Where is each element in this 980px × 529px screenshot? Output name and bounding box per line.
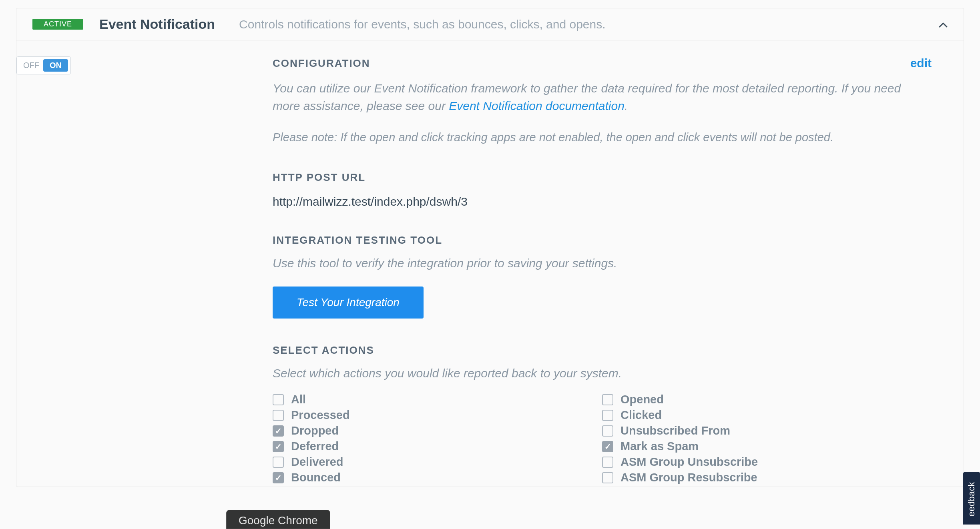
checkbox[interactable] xyxy=(602,410,613,421)
actions-column-right: OpenedClickedUnsubscribed FromMark as Sp… xyxy=(602,393,932,487)
select-actions-section: SELECT ACTIONS Select which actions you … xyxy=(273,344,932,487)
action-label: Mark as Spam xyxy=(621,440,699,453)
action-label: Delivered xyxy=(291,455,343,469)
http-post-label: HTTP POST URL xyxy=(273,171,932,184)
on-off-toggle[interactable]: OFF ON xyxy=(16,56,71,74)
action-item[interactable]: Mark as Spam xyxy=(602,440,932,453)
integration-testing-section: INTEGRATION TESTING TOOL Use this tool t… xyxy=(273,234,932,319)
action-item[interactable]: Processed xyxy=(273,409,602,422)
checkbox[interactable] xyxy=(273,394,284,405)
integration-testing-desc: Use this tool to verify the integration … xyxy=(273,254,913,272)
checkbox[interactable] xyxy=(273,457,284,468)
panel-subtitle: Controls notifications for events, such … xyxy=(239,18,948,31)
checkbox[interactable] xyxy=(602,425,613,437)
action-label: Unsubscribed From xyxy=(621,424,730,437)
action-item[interactable]: Bounced xyxy=(273,471,602,484)
edit-link[interactable]: edit xyxy=(910,56,932,70)
action-label: Bounced xyxy=(291,471,341,484)
action-item[interactable]: Clicked xyxy=(602,409,932,422)
configuration-label: CONFIGURATION xyxy=(273,57,370,70)
action-label: Dropped xyxy=(291,424,339,437)
checkbox[interactable] xyxy=(602,441,613,452)
http-post-section: HTTP POST URL http://mailwizz.test/index… xyxy=(273,171,932,208)
configuration-description: You can utilize our Event Notification f… xyxy=(273,80,913,114)
documentation-link[interactable]: Event Notification documentation xyxy=(449,99,625,112)
action-label: All xyxy=(291,393,306,406)
action-label: Opened xyxy=(621,393,664,406)
configuration-header: CONFIGURATION edit xyxy=(273,56,932,70)
checkbox[interactable] xyxy=(602,472,613,483)
checkbox[interactable] xyxy=(273,425,284,437)
taskbar-tooltip: Google Chrome xyxy=(226,510,330,529)
action-label: ASM Group Unsubscribe xyxy=(621,455,758,469)
toggle-off-label[interactable]: OFF xyxy=(19,59,43,72)
left-column: OFF ON xyxy=(16,56,273,487)
checkbox[interactable] xyxy=(273,472,284,483)
checkbox[interactable] xyxy=(273,410,284,421)
select-actions-label: SELECT ACTIONS xyxy=(273,344,932,357)
toggle-on-label[interactable]: ON xyxy=(43,59,68,72)
actions-grid: AllProcessedDroppedDeferredDeliveredBoun… xyxy=(273,393,932,487)
action-label: ASM Group Resubscribe xyxy=(621,471,757,484)
action-item[interactable]: Dropped xyxy=(273,424,602,437)
test-integration-button[interactable]: Test Your Integration xyxy=(273,287,424,319)
action-item[interactable]: Deferred xyxy=(273,440,602,453)
action-item[interactable]: Unsubscribed From xyxy=(602,424,932,437)
checkbox[interactable] xyxy=(602,394,613,405)
panel-header[interactable]: ACTIVE Event Notification Controls notif… xyxy=(16,8,964,40)
actions-column-left: AllProcessedDroppedDeferredDeliveredBoun… xyxy=(273,393,602,487)
event-notification-panel: ACTIVE Event Notification Controls notif… xyxy=(16,8,964,487)
panel-title: Event Notification xyxy=(99,16,215,32)
configuration-note: Please note: If the open and click track… xyxy=(273,129,932,146)
action-item[interactable]: Delivered xyxy=(273,455,602,469)
action-label: Deferred xyxy=(291,440,339,453)
right-column: CONFIGURATION edit You can utilize our E… xyxy=(273,56,948,487)
desc-text-post: . xyxy=(625,99,628,112)
integration-testing-label: INTEGRATION TESTING TOOL xyxy=(273,234,932,246)
action-label: Processed xyxy=(291,409,350,422)
http-post-url-value: http://mailwizz.test/index.php/dswh/3 xyxy=(273,195,932,208)
action-item[interactable]: All xyxy=(273,393,602,406)
active-badge: ACTIVE xyxy=(32,19,83,30)
action-item[interactable]: Opened xyxy=(602,393,932,406)
action-item[interactable]: ASM Group Unsubscribe xyxy=(602,455,932,469)
chevron-up-icon[interactable] xyxy=(939,18,948,30)
panel-body: OFF ON CONFIGURATION edit You can utiliz… xyxy=(16,40,964,487)
action-item[interactable]: ASM Group Resubscribe xyxy=(602,471,932,484)
checkbox[interactable] xyxy=(273,441,284,452)
checkbox[interactable] xyxy=(602,457,613,468)
action-label: Clicked xyxy=(621,409,662,422)
feedback-tab[interactable]: eedback xyxy=(963,472,980,525)
select-actions-desc: Select which actions you would like repo… xyxy=(273,365,913,382)
